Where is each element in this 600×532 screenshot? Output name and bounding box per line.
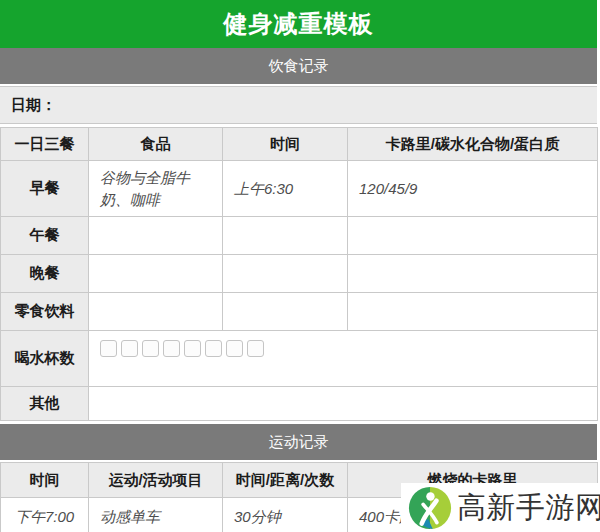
macros-cell[interactable]: 120/45/9 xyxy=(348,161,598,217)
diet-section-header: 饮食记录 xyxy=(0,48,597,84)
watermark-badge: 高新手游网 xyxy=(401,483,600,532)
site-logo-icon xyxy=(408,486,452,530)
table-row-snacks: 零食饮料 xyxy=(1,293,598,331)
exercise-time-cell[interactable]: 下午7:00 xyxy=(1,498,89,532)
exercise-section-header: 运动记录 xyxy=(0,424,597,460)
time-cell[interactable]: 上午6:30 xyxy=(223,161,348,217)
time-cell[interactable] xyxy=(223,293,348,331)
column-header-macros: 卡路里/碳水化合物/蛋白质 xyxy=(348,128,598,161)
water-checkbox[interactable] xyxy=(205,340,222,357)
water-label: 喝水杯数 xyxy=(1,331,89,387)
food-cell[interactable]: 谷物与全脂牛奶、咖啡 xyxy=(89,161,223,217)
other-label: 其他 xyxy=(1,387,89,421)
water-checkbox[interactable] xyxy=(247,340,264,357)
table-row-breakfast: 早餐 谷物与全脂牛奶、咖啡 上午6:30 120/45/9 xyxy=(1,161,598,217)
macros-cell[interactable] xyxy=(348,255,598,293)
food-cell[interactable] xyxy=(89,255,223,293)
water-checkbox[interactable] xyxy=(163,340,180,357)
time-cell[interactable] xyxy=(223,255,348,293)
table-row-dinner: 晚餐 xyxy=(1,255,598,293)
page-title: 健身减重模板 xyxy=(0,0,597,48)
water-checkbox[interactable] xyxy=(226,340,243,357)
water-checkbox[interactable] xyxy=(100,340,117,357)
column-header-ex-time: 时间 xyxy=(1,463,89,498)
meal-label: 午餐 xyxy=(1,217,89,255)
water-checkbox[interactable] xyxy=(121,340,138,357)
exercise-amount-cell[interactable]: 30分钟 xyxy=(223,498,348,532)
table-row-water: 喝水杯数 xyxy=(1,331,598,387)
fitness-template-page: 健身减重模板 饮食记录 日期： 一日三餐 食品 时间 卡路里/碳水化合物/蛋白质… xyxy=(0,0,597,532)
column-header-time: 时间 xyxy=(223,128,348,161)
food-cell[interactable] xyxy=(89,217,223,255)
diet-table: 一日三餐 食品 时间 卡路里/碳水化合物/蛋白质 早餐 谷物与全脂牛奶、咖啡 上… xyxy=(0,127,598,421)
column-header-activity: 运动/活动项目 xyxy=(89,463,223,498)
macros-cell[interactable] xyxy=(348,293,598,331)
other-cell[interactable] xyxy=(89,387,598,421)
meal-label: 早餐 xyxy=(1,161,89,217)
water-checkbox[interactable] xyxy=(184,340,201,357)
water-checkboxes xyxy=(89,331,598,387)
meal-label: 晚餐 xyxy=(1,255,89,293)
macros-cell[interactable] xyxy=(348,217,598,255)
time-cell[interactable] xyxy=(223,217,348,255)
table-row-other: 其他 xyxy=(1,387,598,421)
column-header-meal: 一日三餐 xyxy=(1,128,89,161)
exercise-activity-cell[interactable]: 动感单车 xyxy=(89,498,223,532)
food-cell[interactable] xyxy=(89,293,223,331)
water-checkbox[interactable] xyxy=(142,340,159,357)
meal-label: 零食饮料 xyxy=(1,293,89,331)
watermark-site-name: 高新手游网 xyxy=(457,488,600,528)
date-field[interactable]: 日期： xyxy=(0,86,597,124)
column-header-amount: 时间/距离/次数 xyxy=(223,463,348,498)
column-header-food: 食品 xyxy=(89,128,223,161)
diet-header-row: 一日三餐 食品 时间 卡路里/碳水化合物/蛋白质 xyxy=(1,128,598,161)
table-row-lunch: 午餐 xyxy=(1,217,598,255)
